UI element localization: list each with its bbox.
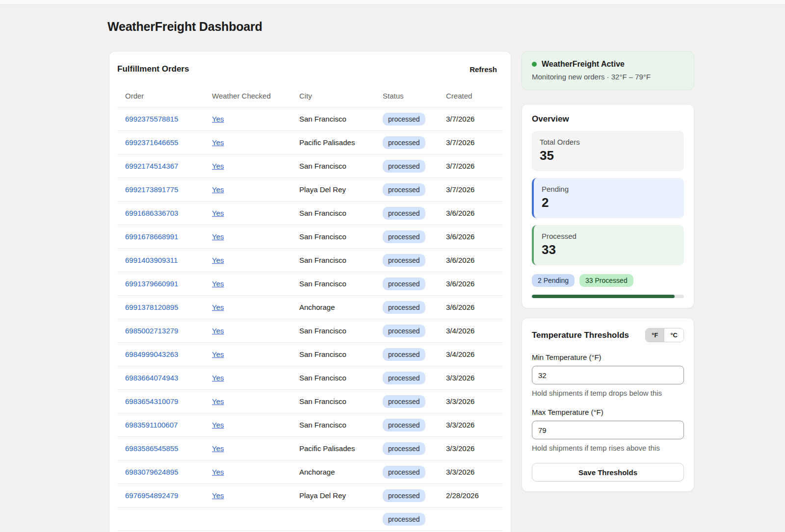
active-status-dot-icon (532, 62, 537, 67)
weather-checked-cell: Yes (204, 178, 291, 202)
weather-checked-cell: Yes (204, 131, 291, 154)
order-number-link[interactable]: 6984999043263 (125, 350, 178, 358)
status-cell: processed (375, 225, 438, 249)
order-number-link[interactable]: 6992371646655 (125, 138, 178, 147)
city-cell: Anchorage (291, 460, 375, 484)
order-cell: 6991678668991 (117, 225, 204, 249)
order-number-link[interactable]: 6983654310079 (125, 397, 178, 405)
weather-checked-link[interactable]: Yes (212, 209, 224, 217)
weather-checked-link[interactable]: Yes (212, 279, 224, 288)
max-temperature-label: Max Temperature (°F) (532, 408, 684, 416)
status-cell: processed (375, 272, 438, 296)
fulfillment-orders-panel: Fulfillment Orders Refresh OrderWeather … (109, 51, 511, 532)
order-cell: 6983654310079 (117, 390, 204, 413)
weather-checked-link[interactable]: Yes (212, 397, 224, 405)
save-thresholds-button[interactable]: Save Thresholds (532, 463, 684, 481)
weather-checked-link[interactable]: Yes (212, 232, 224, 241)
overview-badges-row: 2 Pending 33 Processed (532, 274, 684, 287)
order-cell: 6992174514367 (117, 154, 204, 178)
weather-checked-link[interactable]: Yes (212, 138, 224, 147)
status-cell: processed (375, 437, 438, 460)
created-cell: 2/28/2026 (438, 484, 503, 507)
order-number-link[interactable]: 6976954892479 (125, 491, 178, 500)
total-orders-label: Total Orders (540, 138, 676, 146)
order-cell: 6983586545855 (117, 437, 204, 460)
overview-panel: Overview Total Orders 35 Pending 2 Proce… (522, 104, 694, 308)
order-number-link[interactable]: 6992375578815 (125, 115, 178, 123)
status-badge: processed (383, 442, 425, 455)
weather-checked-cell: Yes (204, 413, 291, 437)
created-cell: 3/3/2026 (438, 413, 503, 437)
order-cell: 6991686336703 (117, 202, 204, 225)
status-badge: processed (383, 419, 425, 431)
status-badge: processed (383, 278, 425, 290)
city-cell: San Francisco (291, 202, 375, 225)
unit-toggle-fahrenheit[interactable]: °F (646, 329, 664, 342)
weather-checked-link[interactable]: Yes (212, 185, 224, 194)
order-number-link[interactable]: 6983586545855 (125, 444, 178, 453)
created-cell: 3/6/2026 (438, 249, 503, 272)
weather-checked-link[interactable]: Yes (212, 327, 224, 335)
status-cell: processed (375, 154, 438, 178)
status-cell: processed (375, 107, 438, 131)
city-cell: Pacific Palisades (291, 437, 375, 460)
weather-checked-link[interactable]: Yes (212, 303, 224, 311)
city-cell: Anchorage (291, 296, 375, 319)
city-cell: San Francisco (291, 107, 375, 131)
order-number-link[interactable]: 6991403909311 (125, 256, 178, 264)
overview-title: Overview (532, 114, 684, 124)
status-badge: processed (383, 466, 425, 479)
table-row: 6991686336703 Yes San Francisco processe… (117, 202, 503, 225)
weather-checked-link[interactable]: Yes (212, 162, 224, 170)
max-temperature-input[interactable] (532, 421, 684, 439)
table-row: 6992375578815 Yes San Francisco processe… (117, 107, 503, 131)
order-number-link[interactable]: 6991678668991 (125, 232, 178, 241)
city-cell: San Francisco (291, 319, 375, 343)
pending-stat: Pending 2 (532, 178, 684, 218)
status-cell: processed (375, 507, 438, 531)
progress-bar-fill (532, 295, 675, 298)
weather-checked-link[interactable]: Yes (212, 256, 224, 264)
order-number-link[interactable]: 6983079624895 (125, 468, 178, 476)
order-cell: 6983591100607 (117, 413, 204, 437)
orders-tbody: 6992375578815 Yes San Francisco processe… (117, 107, 503, 531)
weather-checked-link[interactable]: Yes (212, 468, 224, 476)
created-cell: 3/7/2026 (438, 178, 503, 202)
order-cell (117, 507, 204, 531)
created-cell: 3/6/2026 (438, 225, 503, 249)
processed-badge: 33 Processed (579, 274, 633, 287)
order-cell: 6992371646655 (117, 131, 204, 154)
order-number-link[interactable]: 6992174514367 (125, 162, 178, 170)
order-cell: 6991378120895 (117, 296, 204, 319)
processed-value: 33 (542, 242, 676, 257)
pending-badge: 2 Pending (532, 274, 575, 287)
weather-checked-cell: Yes (204, 366, 291, 390)
weather-checked-link[interactable]: Yes (212, 421, 224, 429)
weather-checked-link[interactable]: Yes (212, 444, 224, 453)
min-temperature-help: Hold shipments if temp drops below this (532, 389, 684, 397)
refresh-button[interactable]: Refresh (470, 65, 497, 74)
column-header: Order (117, 87, 204, 107)
order-number-link[interactable]: 6985002713279 (125, 327, 178, 335)
created-cell: 3/7/2026 (438, 154, 503, 178)
order-number-link[interactable]: 6983664074943 (125, 374, 178, 382)
order-number-link[interactable]: 6991378120895 (125, 303, 178, 311)
created-cell: 3/4/2026 (438, 319, 503, 343)
order-number-link[interactable]: 6983591100607 (125, 421, 178, 429)
unit-toggle-celsius[interactable]: °C (664, 329, 683, 342)
weather-checked-cell: Yes (204, 460, 291, 484)
status-badge: processed (383, 489, 425, 502)
created-cell: 3/6/2026 (438, 202, 503, 225)
order-number-link[interactable]: 6991686336703 (125, 209, 178, 217)
weather-checked-cell: Yes (204, 225, 291, 249)
status-cell: processed (375, 390, 438, 413)
weather-checked-link[interactable]: Yes (212, 350, 224, 358)
order-number-link[interactable]: 6991379660991 (125, 279, 178, 288)
weather-checked-link[interactable]: Yes (212, 491, 224, 500)
weather-checked-link[interactable]: Yes (212, 374, 224, 382)
order-number-link[interactable]: 6992173891775 (125, 185, 178, 194)
orders-table: OrderWeather CheckedCityStatusCreated 69… (117, 87, 503, 531)
created-cell: 3/3/2026 (438, 390, 503, 413)
min-temperature-input[interactable] (532, 366, 684, 384)
weather-checked-link[interactable]: Yes (212, 115, 224, 123)
